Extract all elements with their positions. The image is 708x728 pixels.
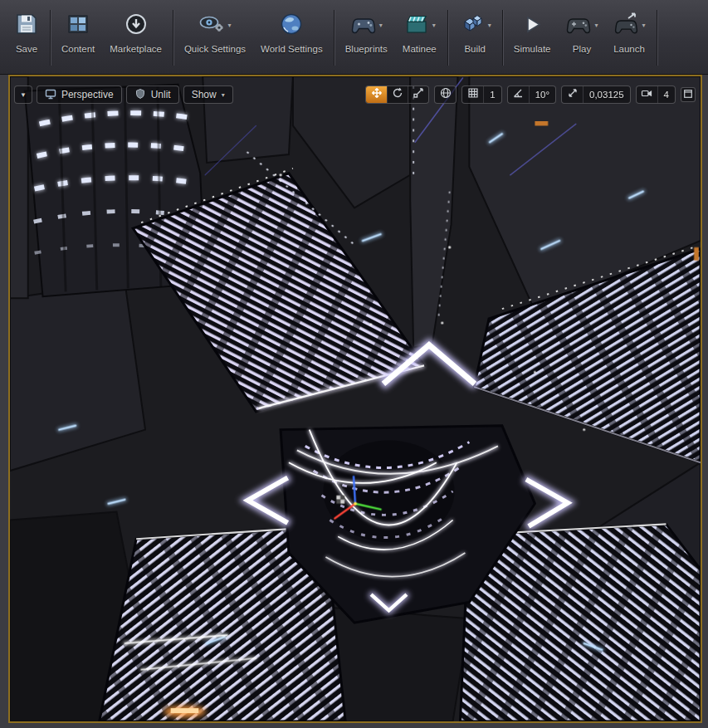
toolbar-label: Save [16, 44, 37, 54]
globe-icon [279, 12, 304, 40]
save-icon [14, 12, 39, 40]
simulate-play-outline-icon [520, 12, 544, 40]
toolbar-label: Launch [613, 44, 645, 54]
toolbar-label: Build [464, 44, 486, 54]
show-label: Show [192, 89, 217, 100]
toolbar-button-simulate[interactable]: Simulate [506, 3, 559, 72]
toolbar-separator [657, 10, 657, 66]
move-tool-button[interactable] [366, 86, 387, 104]
viewport-options-button[interactable]: ▼ [14, 86, 32, 104]
toolbar-button-quick-settings[interactable]: ▾ Quick Settings [177, 3, 253, 72]
scale-snap-toggle[interactable] [562, 86, 583, 104]
toolbar-button-save[interactable]: Save [7, 3, 46, 72]
scale-tool-button[interactable] [408, 86, 428, 104]
transform-tools-group [365, 86, 429, 104]
toolbar-button-marketplace[interactable]: Marketplace [102, 3, 169, 72]
coordinate-system-group [434, 86, 457, 104]
maximize-icon [683, 87, 693, 102]
toolbar-label: Content [61, 44, 95, 54]
marketplace-download-icon [124, 12, 149, 40]
toolbar-label: Blueprints [345, 44, 388, 54]
world-coordinate-button[interactable] [435, 86, 456, 104]
matinee-clapperboard-icon [403, 12, 430, 40]
toolbar-button-matinee[interactable]: ▾ Matinee [395, 3, 444, 72]
scale-snap-icon [567, 87, 579, 102]
play-gamepad-icon [565, 12, 592, 40]
view-mode-button[interactable]: Unlit [126, 86, 179, 104]
perspective-icon [45, 88, 56, 102]
viewport-scene[interactable] [10, 76, 701, 721]
rotate-icon [392, 87, 403, 102]
viewport-toolbar-right: 1 10° 0,03125 4 [365, 86, 696, 104]
toolbar-separator [502, 10, 503, 66]
level-viewport: ▼ Perspective Unlit Show ▾ [8, 75, 702, 723]
gizmo-checker [336, 496, 344, 504]
viewport-toolbar-left: ▼ Perspective Unlit Show ▾ [14, 86, 233, 104]
grid-snap-value[interactable]: 1 [483, 86, 500, 104]
camera-icon [641, 87, 652, 102]
grid-icon [467, 87, 479, 102]
dropdown-caret-icon[interactable]: ▾ [379, 22, 383, 29]
grid-snap-group: 1 [461, 86, 501, 104]
main-toolbar: Save Content Marketplace ▾ Quick Setting… [0, 0, 708, 75]
toolbar-label: Quick Settings [184, 44, 246, 54]
show-caret-icon: ▾ [222, 91, 225, 99]
viewport-options-caret-icon: ▼ [20, 91, 27, 99]
camera-speed-button[interactable] [637, 86, 657, 104]
scale-snap-value[interactable]: 0,03125 [583, 86, 630, 104]
world-globe-icon [440, 87, 452, 102]
view-mode-label: Unlit [151, 89, 171, 100]
dropdown-caret-icon[interactable]: ▾ [227, 22, 231, 29]
camera-speed-group: 4 [636, 86, 676, 104]
toolbar-separator [334, 10, 334, 66]
toolbar-button-build[interactable]: ▾ Build [452, 3, 499, 72]
grid-snap-toggle[interactable] [462, 86, 483, 104]
rotate-tool-button[interactable] [387, 86, 408, 104]
toolbar-button-world-settings[interactable]: World Settings [253, 3, 330, 72]
toolbar-label: Play [573, 44, 591, 54]
dropdown-caret-icon[interactable]: ▾ [642, 22, 646, 29]
content-browser-icon [66, 12, 90, 40]
scale-icon [413, 87, 424, 102]
build-cubes-icon [459, 12, 486, 40]
eye-gear-icon [198, 12, 225, 40]
toolbar-separator [50, 10, 51, 66]
camera-speed-value[interactable]: 4 [657, 86, 675, 104]
shield-icon [134, 88, 146, 102]
dropdown-caret-icon[interactable]: ▾ [594, 22, 598, 29]
perspective-button[interactable]: Perspective [37, 86, 122, 104]
toolbar-label: Simulate [514, 44, 551, 54]
dropdown-caret-icon[interactable]: ▾ [432, 22, 436, 29]
angle-snap-icon [512, 87, 524, 102]
rotation-snap-value[interactable]: 10° [529, 86, 555, 104]
move-icon [371, 87, 383, 102]
launch-device-icon [613, 12, 640, 40]
toolbar-separator [173, 10, 173, 66]
blueprints-icon [350, 12, 377, 40]
toolbar-button-launch[interactable]: ▾ Launch [606, 3, 653, 72]
toolbar-button-content[interactable]: Content [54, 3, 102, 72]
toolbar-button-blueprints[interactable]: ▾ Blueprints [338, 3, 395, 72]
dropdown-caret-icon[interactable]: ▾ [488, 22, 491, 29]
toolbar-label: Matinee [403, 44, 437, 54]
perspective-label: Perspective [61, 89, 114, 100]
toolbar-label: World Settings [261, 44, 323, 54]
show-button[interactable]: Show ▾ [183, 86, 233, 104]
rotation-snap-group: 10° [507, 86, 556, 104]
rotation-snap-toggle[interactable] [508, 86, 529, 104]
toolbar-button-play[interactable]: ▾ Play [558, 3, 605, 72]
maximize-viewport-button[interactable] [681, 87, 696, 102]
scale-snap-group: 0,03125 [561, 86, 631, 104]
toolbar-label: Marketplace [110, 44, 162, 54]
toolbar-separator [447, 10, 448, 66]
